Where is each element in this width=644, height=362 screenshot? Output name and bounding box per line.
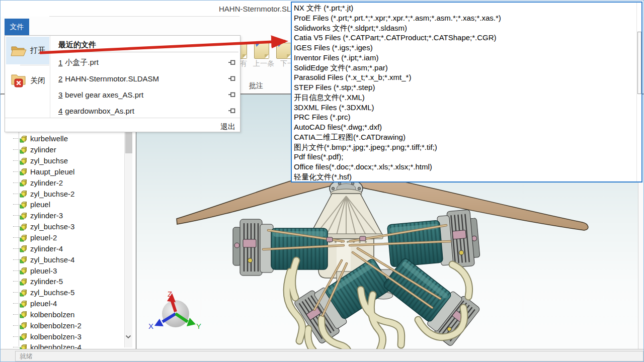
recent-file-item[interactable]: 2 HAHN-Sternmotor.SLDASM	[58, 70, 239, 86]
file-menu-panel: 打开 关闭 最近的文件 1 小盒子.prt	[5, 35, 240, 132]
tree-node-label: zylinder	[30, 145, 56, 154]
tree-node-label: kolbenbolzen-2	[30, 321, 82, 330]
file-format-option[interactable]: STEP Files (*.stp;*.step)	[294, 82, 634, 93]
part-cube-icon	[20, 332, 28, 340]
file-format-option[interactable]: 图片文件(*.bmp;*.jpg;*.jpeg;*.png;*.tiff;*.t…	[294, 142, 634, 152]
nav-button-label[interactable]: 有	[240, 59, 247, 68]
tab-file[interactable]: 文件	[5, 19, 29, 35]
recent-file-number: 3	[58, 90, 62, 99]
tree-node-label: Haupt_pleuel	[30, 167, 74, 176]
pin-icon[interactable]	[228, 75, 235, 82]
file-format-option[interactable]: 3DXML Files (*.3DXML)	[294, 103, 634, 113]
file-format-option[interactable]: Parasolid Files (*.x_t;*.x_b;*.xmt_*)	[294, 72, 634, 82]
file-format-option[interactable]: Catia V5 Files (*.CATPart;*.CATProduct;*…	[294, 33, 634, 43]
tree-node[interactable]: kolbenbolzen-2	[13, 320, 121, 331]
tree-node-label: kolbenbolzen-3	[30, 332, 82, 341]
file-format-option[interactable]: ProE Files (*.prt;*.prt.*;*.xpr;*.xpr.*;…	[294, 13, 634, 23]
file-format-option[interactable]: 轻量化文件(*.hsf)	[294, 172, 634, 182]
tree-node[interactable]: zyl_buchse-4	[13, 254, 121, 265]
tree-node[interactable]: pleuel-2	[13, 232, 121, 243]
pin-icon[interactable]	[228, 91, 235, 98]
file-format-option[interactable]: CATIA二维工程图(*.CATDrawing)	[294, 132, 634, 142]
recent-file-item[interactable]: 3 bevel gear axes_AS.prt	[58, 86, 239, 103]
recent-file-number: 4	[58, 107, 62, 115]
part-cube-icon	[20, 278, 28, 286]
recent-file-number: 1	[58, 58, 62, 67]
file-format-option[interactable]: IGES Files (*.igs;*.iges)	[294, 43, 634, 53]
tree-connector	[13, 336, 19, 337]
tree-scrollbar-thumb[interactable]	[125, 131, 132, 153]
tree-scrollbar[interactable]	[124, 131, 132, 347]
tree-node[interactable]: zyl_buchse-2	[13, 188, 121, 199]
recent-file-name: HAHN-Sternmotor.SLDASM	[65, 74, 159, 83]
menu-item-exit[interactable]: 退出	[220, 122, 235, 132]
recent-file-item[interactable]: 1 小盒子.prt	[58, 54, 239, 70]
tree-node[interactable]: kolbenbolzen-3	[13, 331, 121, 342]
annotation-note-icon[interactable]	[254, 43, 269, 59]
header-rule	[54, 52, 238, 52]
nav-button-label[interactable]: 上一条	[253, 59, 274, 68]
scroll-down-icon[interactable]	[125, 335, 131, 339]
tree-node[interactable]: zylinder-4	[13, 243, 121, 254]
menu-item-close[interactable]: 关闭	[6, 67, 49, 95]
pin-icon[interactable]	[228, 59, 235, 66]
tree-node[interactable]: zylinder	[13, 144, 121, 155]
pin-icon[interactable]	[228, 107, 235, 114]
part-cube-icon	[20, 135, 28, 143]
part-cube-icon	[20, 146, 28, 154]
file-format-option[interactable]: Pdf files(*.pdf);	[294, 152, 634, 162]
tree-node[interactable]: zyl_buchse-3	[13, 221, 121, 232]
recent-file-name: bevel gear axes_AS.prt	[65, 90, 143, 99]
annotation-note-icon[interactable]	[276, 43, 291, 59]
ribbon-group-label: 批注	[249, 81, 263, 90]
file-format-option[interactable]: 开目信息文件(*.XML)	[294, 93, 634, 103]
file-format-option[interactable]: Office files(*.doc;*.docx;*.xls;*.xlsx;*…	[294, 162, 634, 172]
file-format-option[interactable]: NX 文件 (*.prt;*.jt)	[294, 3, 634, 13]
recent-file-name: geardownbox_As.prt	[65, 107, 134, 115]
axis-z-label: Z	[168, 290, 172, 298]
dropdown-scrollbar-thumb[interactable]	[637, 32, 641, 94]
file-format-dropdown: NX 文件 (*.prt;*.jt) ProE Files (*.prt;*.p…	[291, 2, 642, 183]
tree-connector	[13, 303, 19, 304]
tree-node[interactable]: kolbenbolzen-4	[13, 342, 121, 349]
part-cube-icon	[20, 190, 28, 198]
menu-item-open[interactable]: 打开	[6, 37, 49, 64]
recent-file-item[interactable]: 4 geardownbox_As.prt	[58, 103, 239, 119]
file-format-option[interactable]: SolidEdge 文件(*.asm;*.par)	[294, 63, 634, 73]
file-format-list: NX 文件 (*.prt;*.jt) ProE Files (*.prt;*.p…	[294, 3, 634, 182]
tree-node-label: kurbelwelle	[30, 134, 68, 143]
tree-node[interactable]: pleuel-3	[13, 265, 121, 276]
file-format-option[interactable]: PRC Files (*.prc)	[294, 112, 634, 122]
tree-connector	[13, 160, 19, 161]
close-label: 关闭	[30, 76, 45, 85]
tree-connector	[13, 270, 19, 271]
tree-node[interactable]: pleuel-4	[13, 298, 121, 309]
tree-node[interactable]: zyl_buchse-5	[13, 287, 121, 298]
tree-node[interactable]: kurbelwelle	[13, 133, 121, 144]
tree-node[interactable]: zyl_buchse	[13, 155, 121, 166]
tree-node[interactable]: pleuel	[13, 199, 121, 210]
recent-files-list: 1 小盒子.prt 2 HAHN-Sternmotor.SLDASM	[58, 54, 239, 119]
tree-node[interactable]: Haupt_pleuel	[13, 166, 121, 177]
tree-node[interactable]: zylinder-3	[13, 210, 121, 221]
menu-bottom-rule	[5, 118, 240, 118]
tree-connector	[13, 171, 19, 172]
tree-node[interactable]: zylinder-2	[13, 177, 121, 188]
part-cube-icon	[20, 223, 28, 231]
tree-connector	[13, 194, 19, 194]
tree-node-label: zyl_buchse-2	[30, 190, 74, 198]
tree-node-label: kolbenbolzen-4	[30, 343, 82, 349]
tree-node[interactable]: kolbenbolzen	[13, 309, 121, 320]
open-label: 打开	[30, 46, 45, 55]
tree-node-label: pleuel	[30, 200, 50, 209]
part-cube-icon	[20, 212, 28, 220]
tree-node-label: zylinder-4	[30, 244, 63, 253]
file-format-option[interactable]: Solidworks 文件(*.sldprt;*.sldasm)	[294, 23, 634, 33]
file-format-option[interactable]: Inventor Files (*.ipt;*.iam)	[294, 53, 634, 63]
menu-divider	[20, 65, 49, 65]
tree-node[interactable]: zylinder-5	[13, 276, 121, 287]
file-format-option[interactable]: AutoCAD files(*.dwg;*.dxf)	[294, 122, 634, 132]
arrow-mark-icon	[277, 41, 283, 47]
open-folder-icon	[10, 44, 27, 57]
dropdown-scrollbar[interactable]	[636, 3, 641, 182]
